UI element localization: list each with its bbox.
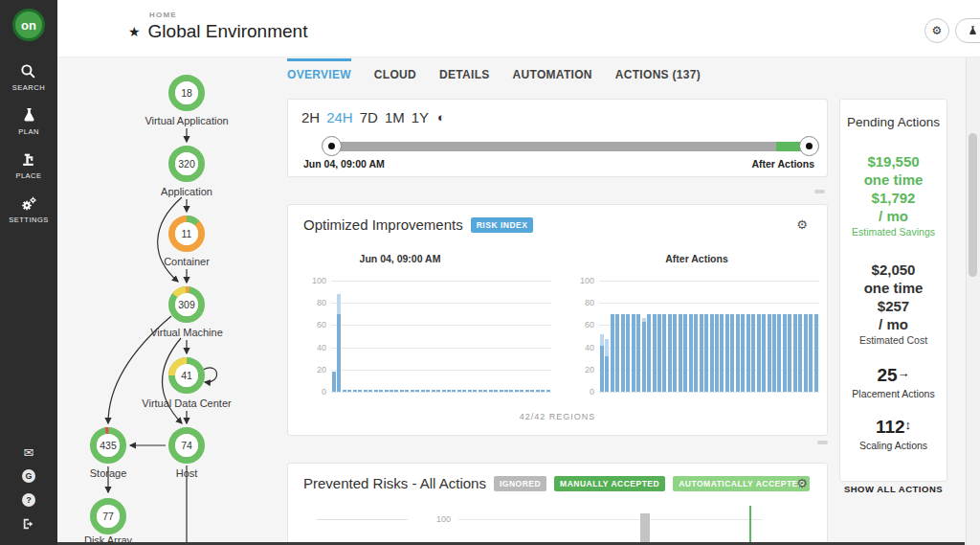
supply-node-virtual-machine[interactable]: 309 Virtual Machine	[150, 284, 223, 338]
time-slider-end-handle[interactable]	[799, 136, 819, 156]
card-resize-handle[interactable]	[817, 441, 828, 444]
time-range-24h[interactable]: 24H	[326, 109, 353, 125]
savings-one-time-amount: $19,550	[840, 152, 947, 170]
zero-bar-dash	[347, 390, 351, 392]
show-all-actions-link[interactable]: SHOW ALL ACTIONS	[840, 484, 947, 494]
time-range-7d[interactable]: 7D	[360, 109, 378, 125]
prevented-bar-green	[749, 506, 751, 545]
zero-bar-dash	[473, 390, 477, 392]
y-tick-label: 60	[301, 320, 326, 329]
scrollbar-track[interactable]	[966, 57, 980, 545]
bar	[783, 314, 787, 392]
bar	[611, 314, 614, 392]
tab-actions-137-[interactable]: ACTIONS (137)	[615, 58, 701, 81]
supply-node-disk-array[interactable]: 77 Disk Array	[84, 502, 133, 545]
bar	[642, 318, 646, 392]
bar	[730, 314, 734, 392]
supply-node-storage[interactable]: 435 Storage	[90, 428, 127, 479]
time-slider-start-handle[interactable]	[322, 136, 342, 156]
bar	[704, 314, 708, 392]
risk-index-badge[interactable]: RISK INDEX	[471, 217, 534, 233]
tab-overview[interactable]: OVERVIEW	[287, 58, 351, 81]
zero-bar-dash	[400, 390, 404, 392]
sidebar-item-plan[interactable]: PLAN	[18, 107, 39, 136]
cost-caption: Estimated Cost	[840, 334, 947, 346]
zero-bar-dash	[462, 390, 466, 392]
bar	[621, 314, 625, 392]
zero-bar-dash	[368, 390, 372, 392]
svg-text:77: 77	[102, 511, 114, 522]
sidebar-item-label: SETTINGS	[9, 216, 49, 224]
bar	[788, 314, 791, 392]
plan-button[interactable]: PLAN	[955, 18, 980, 43]
bar	[615, 314, 619, 392]
sidebar-item-place[interactable]: PLACE	[15, 151, 41, 180]
time-range-1y[interactable]: 1Y	[412, 109, 429, 125]
supply-node-container[interactable]: 11 Container	[164, 219, 210, 268]
scrollbar-thumb[interactable]	[969, 133, 977, 277]
time-range-1m[interactable]: 1M	[385, 109, 405, 125]
zero-bar-dash	[525, 390, 529, 392]
app-window: HOME ★ Global Environment ⚙ PLAN on SEAR…	[0, 0, 980, 545]
mail-icon[interactable]: ✉	[24, 446, 34, 459]
tab-automation[interactable]: AUTOMATION	[513, 58, 592, 81]
bar	[768, 314, 771, 392]
bar	[700, 314, 703, 392]
manually-accepted-badge[interactable]: MANUALLY ACCEPTED	[554, 476, 665, 491]
ignored-badge[interactable]: IGNORED	[494, 476, 546, 491]
sidebar-item-search[interactable]: SEARCH	[12, 63, 45, 92]
zero-bar-dash	[520, 390, 523, 392]
zero-bar-dash	[405, 390, 409, 392]
zero-bar-dash	[343, 390, 346, 392]
header: HOME ★ Global Environment ⚙ PLAN	[57, 0, 980, 57]
bar	[332, 372, 336, 392]
risk-chart-before: 020406080100	[331, 281, 551, 392]
time-range-2h[interactable]: 2H	[301, 109, 320, 125]
y-tick-label: 100	[422, 514, 451, 524]
supply-node-virtual-data-center[interactable]: 41 Virtual Data Center	[142, 361, 232, 410]
gear-icon[interactable]: ⚙	[796, 476, 808, 490]
time-slider-track[interactable]	[331, 142, 810, 151]
cost-monthly-amount: $257	[840, 297, 947, 315]
zero-bar-dash	[374, 390, 378, 392]
app-logo[interactable]: on	[12, 9, 45, 41]
supply-node-host[interactable]: 74 Host	[172, 431, 202, 480]
zero-bar-dash	[353, 390, 357, 392]
page-title: Global Environment	[148, 21, 308, 42]
bar	[741, 314, 745, 392]
tab-details[interactable]: DETAILS	[439, 58, 490, 81]
timeline-toggle-icon[interactable]: ◐	[437, 110, 445, 125]
logout-icon[interactable]	[22, 517, 35, 531]
gear-icon[interactable]: ⚙	[796, 217, 808, 232]
bar	[657, 314, 661, 392]
g-badge-icon[interactable]: G	[22, 469, 35, 483]
gridline	[331, 392, 551, 393]
bar	[715, 314, 719, 392]
zero-bar-dash	[432, 390, 435, 392]
tab-cloud[interactable]: CLOUD	[374, 58, 416, 81]
supply-node-virtual-application[interactable]: 18 Virtual Application	[145, 79, 228, 127]
header-settings-button[interactable]: ⚙	[924, 18, 949, 43]
zero-bar-dash	[489, 390, 493, 392]
help-icon[interactable]: ?	[22, 493, 35, 507]
y-tick-label: 60	[568, 320, 594, 329]
gears-icon	[20, 195, 37, 212]
automatically-accepted-badge[interactable]: AUTOMATICALLY ACCEPTED	[673, 476, 810, 491]
bar	[689, 314, 693, 392]
svg-text:18: 18	[181, 87, 192, 99]
zero-bar-dash	[394, 390, 398, 392]
zero-bar-dash	[457, 390, 461, 392]
sidebar-item-settings[interactable]: SETTINGS	[9, 195, 49, 224]
bar	[673, 314, 677, 392]
zero-bar-dash	[426, 390, 430, 392]
y-tick-label: 40	[568, 343, 594, 352]
sidebar-item-label: PLAN	[18, 127, 39, 136]
zero-bar-dash	[479, 390, 482, 392]
favorite-star-icon[interactable]: ★	[128, 24, 141, 39]
time-range-selector: 2H24H7D1M1Y◐	[301, 109, 445, 125]
card-resize-handle[interactable]	[814, 190, 825, 193]
zero-bar-dash	[536, 390, 540, 392]
card-title: Prevented Risks - All Actions	[303, 475, 486, 491]
supply-node-application[interactable]: 320 Application	[161, 149, 212, 198]
bar	[793, 314, 797, 392]
